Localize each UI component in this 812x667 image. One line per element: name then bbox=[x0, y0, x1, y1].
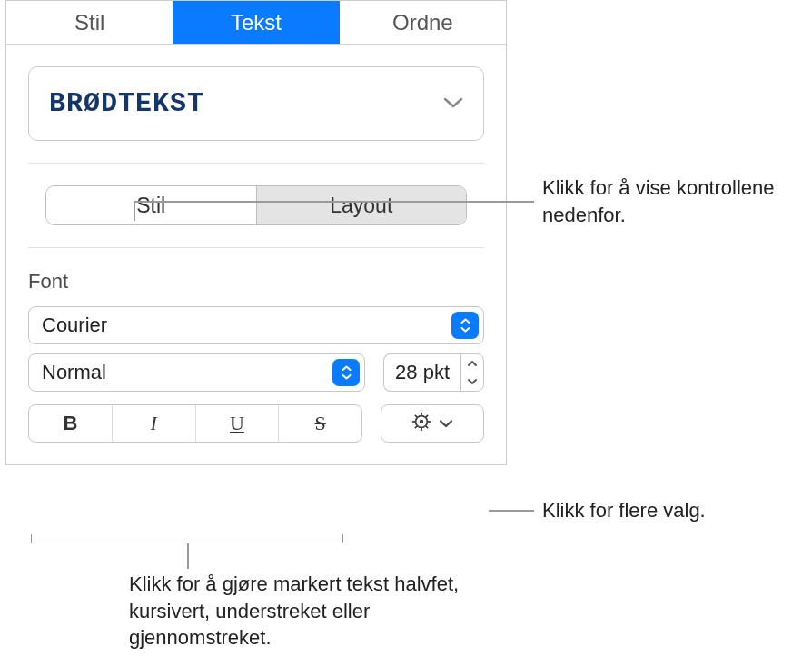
callout-text: Klikk for å vise kontrollene nedenfor. bbox=[542, 174, 806, 228]
font-section-label: Font bbox=[28, 270, 484, 294]
tab-stil[interactable]: Stil bbox=[6, 1, 173, 44]
panel-body: BRØDTEKST Stil Layout Font Courier Nor bbox=[6, 45, 506, 464]
font-size-stepper bbox=[460, 353, 484, 392]
callout-text: Klikk for flere valg. bbox=[542, 497, 706, 524]
text-style-button-group: B I U S bbox=[28, 404, 362, 443]
tab-ordne[interactable]: Ordne bbox=[340, 1, 506, 44]
text-sub-tabs: Stil Layout bbox=[45, 185, 467, 225]
updown-icon bbox=[451, 312, 479, 339]
leader-line bbox=[134, 201, 135, 221]
font-weight-value: Normal bbox=[42, 361, 106, 384]
callout-text: Klikk for å gjøre markert tekst halvfet,… bbox=[129, 571, 492, 652]
leader-line bbox=[489, 510, 534, 512]
font-weight-select[interactable]: Normal bbox=[28, 353, 365, 392]
strikethrough-button[interactable]: S bbox=[278, 405, 361, 442]
separator bbox=[28, 163, 484, 164]
chevron-down-icon bbox=[439, 415, 453, 432]
italic-button[interactable]: I bbox=[112, 405, 195, 442]
underline-button[interactable]: U bbox=[195, 405, 279, 442]
chevron-down-icon bbox=[443, 95, 463, 112]
advanced-options-button[interactable] bbox=[381, 404, 484, 443]
font-size-field[interactable]: 28 pkt bbox=[383, 353, 460, 392]
paragraph-style-label: BRØDTEKST bbox=[49, 88, 204, 119]
svg-point-9 bbox=[420, 420, 424, 424]
format-inspector-panel: Stil Tekst Ordne BRØDTEKST Stil Layout F… bbox=[5, 0, 507, 465]
font-size-value: 28 pkt bbox=[395, 361, 450, 384]
updown-icon bbox=[332, 359, 360, 386]
inspector-main-tabs: Stil Tekst Ordne bbox=[6, 1, 506, 45]
sub-tab-stil[interactable]: Stil bbox=[46, 186, 256, 224]
stepper-down-button[interactable] bbox=[461, 373, 483, 391]
leader-line bbox=[134, 201, 534, 203]
stepper-up-button[interactable] bbox=[461, 354, 483, 373]
paragraph-style-dropdown[interactable]: BRØDTEKST bbox=[28, 66, 484, 141]
separator bbox=[28, 247, 484, 248]
leader-line bbox=[187, 543, 189, 569]
font-family-select[interactable]: Courier bbox=[28, 306, 484, 344]
font-size-control: 28 pkt bbox=[383, 353, 484, 392]
tab-tekst[interactable]: Tekst bbox=[173, 1, 339, 44]
sub-tab-layout[interactable]: Layout bbox=[256, 186, 467, 224]
gear-icon bbox=[411, 412, 431, 435]
font-family-value: Courier bbox=[42, 314, 107, 337]
bracket bbox=[31, 534, 343, 543]
bold-button[interactable]: B bbox=[29, 405, 112, 442]
